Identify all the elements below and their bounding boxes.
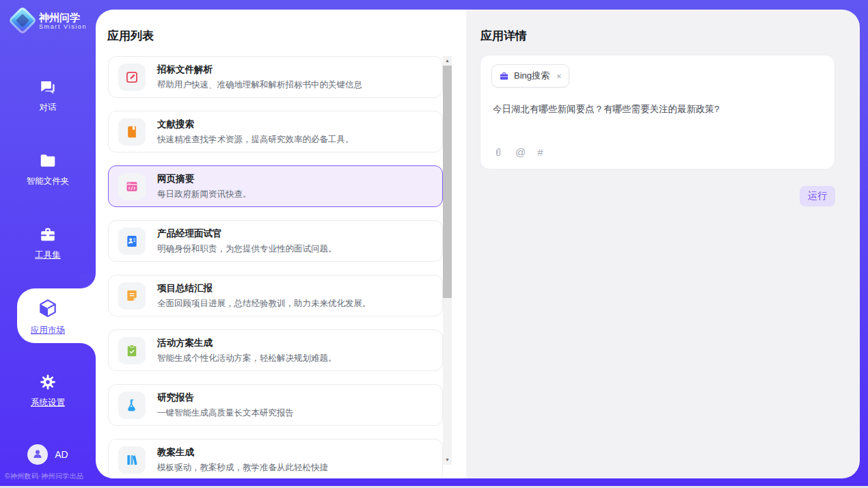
sidebar-item-label: 系统设置 <box>31 397 65 409</box>
logo-title: 神州问学 <box>39 12 87 23</box>
sidebar-item-system-settings[interactable]: 系统设置 <box>0 354 96 428</box>
app-card-title: 活动方案生成 <box>157 337 337 349</box>
app-card-desc: 帮助用户快速、准确地理解和解析招标书中的关键信息 <box>157 79 362 91</box>
sidebar-item-smart-folder[interactable]: 智能文件夹 <box>0 133 96 206</box>
sidebar-nav: 对话智能文件夹工具集应用市场系统设置 <box>0 59 96 428</box>
scrollbar-thumb[interactable] <box>443 66 452 298</box>
app-card-icon-box <box>118 64 146 91</box>
prompt-card: Bing搜索 × 今日湖北有哪些新闻要点？有哪些需要关注的最新政策? @# <box>480 55 835 170</box>
app-card-list: 招标文件解析帮助用户快速、准确地理解和解析招标书中的关键信息文献搜索快速精准查找… <box>108 56 443 478</box>
app-card-icon-box <box>118 337 146 364</box>
sidebar-item-toolset[interactable]: 工具集 <box>0 206 96 280</box>
app-card-icon-box <box>118 118 146 146</box>
main-content: 应用列表 招标文件解析帮助用户快速、准确地理解和解析招标书中的关键信息文献搜索快… <box>96 10 860 478</box>
app-card-icon-box <box>118 173 146 200</box>
tool-tag-label: Bing搜索 <box>514 70 550 82</box>
app-card-icon-box <box>118 282 146 310</box>
app-list-title: 应用列表 <box>107 28 154 44</box>
clipboard-icon <box>125 344 139 357</box>
app-card-icon-box <box>118 392 146 419</box>
app-card-pm-interviewer[interactable]: 产品经理面试官明确身份和职责，为您提供专业性的面试问题。 <box>108 220 443 262</box>
logo-text: 神州问学 Smart Vision <box>39 12 87 30</box>
app-detail-title: 应用详情 <box>480 28 527 44</box>
attachment-icon[interactable] <box>493 147 504 158</box>
app-card-title: 网页摘要 <box>157 173 252 185</box>
app-card-event-plan[interactable]: 活动方案生成智能生成个性化活动方案，轻松解决规划难题。 <box>108 329 443 371</box>
app-list-panel: 应用列表 招标文件解析帮助用户快速、准确地理解和解析招标书中的关键信息文献搜索快… <box>96 10 466 478</box>
books-icon <box>125 453 139 467</box>
run-button[interactable]: 运行 <box>800 186 835 206</box>
app-card-desc: 一键智能生成高质量长文本研究报告 <box>157 407 294 419</box>
folder-icon <box>39 152 57 170</box>
toolbox-icon <box>39 226 57 243</box>
sidebar-item-label: 工具集 <box>35 249 61 261</box>
sidebar-item-label: 对话 <box>40 102 57 113</box>
input-toolbar: @# <box>493 147 543 158</box>
app-card-research-report[interactable]: 研究报告一键智能生成高质量长文本研究报告 <box>108 384 443 426</box>
sidebar-item-label: 应用市场 <box>31 325 65 336</box>
app-card-icon-box <box>118 228 146 255</box>
app-card-desc: 明确身份和职责，为您提供专业性的面试问题。 <box>157 243 337 255</box>
app-card-desc: 全面回顾项目进展，总结经验教训，助力未来优化发展。 <box>157 298 371 310</box>
app-card-title: 招标文件解析 <box>157 64 362 76</box>
copyright-text: ©神州数码·神州问学出品 <box>5 472 84 481</box>
book-icon <box>125 125 139 139</box>
app-card-title: 文献搜索 <box>157 118 354 131</box>
pen-square-icon <box>125 70 139 84</box>
app-card-lesson-plan[interactable]: 教案生成模板驱动，教案秒成，教学准备从此轻松快捷 <box>108 439 443 478</box>
app-logo: 神州问学 Smart Vision <box>12 10 87 31</box>
briefcase-icon <box>499 71 509 81</box>
app-card-title: 项目总结汇报 <box>157 282 371 295</box>
tag-close-icon[interactable]: × <box>556 71 562 81</box>
app-window: 神州问学 Smart Vision 对话智能文件夹工具集应用市场系统设置 AD … <box>0 0 868 488</box>
tool-tag-bing-search[interactable]: Bing搜索 × <box>491 64 569 87</box>
app-card-title: 产品经理面试官 <box>157 228 337 240</box>
gear-icon <box>39 373 57 391</box>
person-icon <box>31 448 44 462</box>
app-card-title: 教案生成 <box>157 446 328 459</box>
hash-icon[interactable]: # <box>537 147 543 158</box>
app-card-literature-search[interactable]: 文献搜索快速精准查找学术资源，提高研究效率的必备工具。 <box>108 111 443 152</box>
browser-icon <box>125 180 139 193</box>
scrollbar-down-icon[interactable]: ▼ <box>443 455 452 465</box>
app-card-desc: 智能生成个性化活动方案，轻松解决规划难题。 <box>157 353 337 364</box>
app-card-bid-doc-analysis[interactable]: 招标文件解析帮助用户快速、准确地理解和解析招标书中的关键信息 <box>108 56 443 98</box>
cube-icon <box>38 298 58 318</box>
sidebar-item-chat[interactable]: 对话 <box>0 59 96 133</box>
app-card-desc: 快速精准查找学术资源，提高研究效率的必备工具。 <box>157 134 354 146</box>
app-card-title: 研究报告 <box>157 392 294 404</box>
logo-diamond-icon <box>8 6 37 35</box>
scrollbar[interactable]: ▲ ▼ <box>443 56 452 465</box>
avatar <box>27 444 48 465</box>
app-card-desc: 模板驱动，教案秒成，教学准备从此轻松快捷 <box>157 462 328 474</box>
interview-icon <box>125 234 139 248</box>
app-card-project-summary[interactable]: 项目总结汇报全面回顾项目进展，总结经验教训，助力未来优化发展。 <box>108 275 443 316</box>
user-profile[interactable]: AD <box>0 444 96 465</box>
sidebar: 神州问学 Smart Vision 对话智能文件夹工具集应用市场系统设置 AD … <box>0 0 96 488</box>
note-icon <box>125 289 139 303</box>
app-card-desc: 每日政府新闻资讯快查。 <box>157 189 252 200</box>
app-detail-panel: 应用详情 Bing搜索 × 今日湖北有哪些新闻要点？有哪些需要关注的最新政策? … <box>466 10 860 478</box>
sidebar-item-app-market[interactable]: 应用市场 <box>0 280 96 354</box>
user-label: AD <box>55 449 68 460</box>
scrollbar-up-icon[interactable]: ▲ <box>443 56 452 66</box>
app-card-web-summary[interactable]: 网页摘要每日政府新闻资讯快查。 <box>108 165 443 207</box>
question-text[interactable]: 今日湖北有哪些新闻要点？有哪些需要关注的最新政策? <box>493 103 821 116</box>
app-card-icon-box <box>118 446 146 474</box>
sidebar-item-label: 智能文件夹 <box>27 176 70 187</box>
logo-subtitle: Smart Vision <box>39 23 87 30</box>
tool-tag-icon-slot <box>499 71 509 81</box>
flask-icon <box>125 398 139 412</box>
mention-icon[interactable]: @ <box>515 147 526 158</box>
chat-icon <box>39 78 57 96</box>
